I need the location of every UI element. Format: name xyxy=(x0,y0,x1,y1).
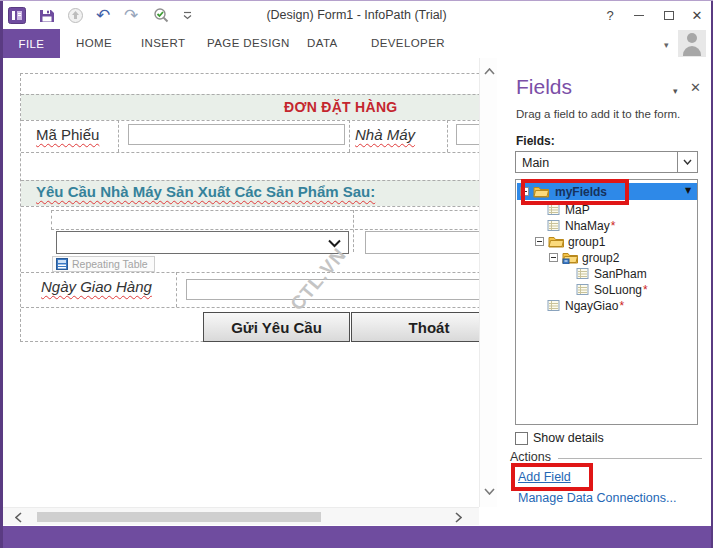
scroll-right-icon xyxy=(455,512,462,523)
san-pham-dropdown[interactable] xyxy=(56,231,349,254)
repeating-table-tab[interactable]: Repeating Table xyxy=(52,256,155,272)
thoat-button[interactable]: Thoát xyxy=(351,312,479,342)
repeating-table-tab-label: Repeating Table xyxy=(72,258,148,270)
required-star: * xyxy=(611,219,616,233)
form-design-canvas: ĐƠN ĐẶT HÀNG Mã Phiếu Nhà Máy Yêu Cầu Nh… xyxy=(3,58,479,507)
manage-data-connections-link[interactable]: Manage Data Connections... xyxy=(518,491,676,505)
data-source-value: Main xyxy=(522,156,549,170)
pane-hint: Drag a field to add it to the form. xyxy=(516,108,680,120)
tab-developer[interactable]: DEVELOPER xyxy=(371,37,445,49)
actions-divider xyxy=(558,458,702,459)
annotation-box-add-field xyxy=(511,463,593,491)
repeating-table-icon xyxy=(56,258,68,270)
tab-data[interactable]: DATA xyxy=(307,37,338,49)
ribbon-tab-bar: FILE HOME INSERT PAGE DESIGN DATA DEVELO… xyxy=(0,29,713,58)
tab-insert[interactable]: INSERT xyxy=(141,37,185,49)
minimize-icon[interactable] xyxy=(629,7,649,24)
nha-may-input[interactable] xyxy=(456,124,479,145)
required-star: * xyxy=(643,283,648,297)
tree-label: NgayGiao* xyxy=(565,299,624,313)
window-left-edge xyxy=(0,1,3,548)
pane-title: Fields xyxy=(516,75,572,99)
required-star: * xyxy=(619,299,624,313)
row-divider xyxy=(21,120,479,121)
scroll-down-icon xyxy=(484,488,495,495)
row-divider xyxy=(21,206,479,207)
row-divider xyxy=(21,94,479,95)
field-icon xyxy=(576,283,589,296)
section-heading: Yêu Cầu Nhà Máy Sản Xuất Các Sản Phẩm Sa… xyxy=(36,183,375,200)
pane-close-icon[interactable]: ✕ xyxy=(690,80,701,95)
row-divider xyxy=(21,272,479,273)
form-layout-table: ĐƠN ĐẶT HÀNG Mã Phiếu Nhà Máy Yêu Cầu Nh… xyxy=(20,73,479,342)
ngay-giao-input[interactable] xyxy=(186,279,479,300)
tab-file[interactable]: FILE xyxy=(3,29,60,58)
ribbon-options-caret-icon[interactable]: ▾ xyxy=(664,40,669,50)
fields-task-pane: Fields ▾ ✕ Drag a field to add it to the… xyxy=(499,58,710,526)
maximize-icon[interactable] xyxy=(659,7,679,24)
cell-divider xyxy=(176,272,177,307)
annotation-box-myfields xyxy=(521,179,629,205)
collapse-icon[interactable] xyxy=(535,237,544,246)
repeating-table-header-row xyxy=(51,210,479,230)
chevron-down-icon[interactable] xyxy=(677,152,697,172)
tree-label: SoLuong* xyxy=(594,283,648,297)
close-icon[interactable]: ✕ xyxy=(687,7,707,24)
cell-divider xyxy=(353,210,354,252)
vertical-scrollbar[interactable] xyxy=(479,58,497,507)
row-divider xyxy=(21,307,479,308)
folder-icon xyxy=(548,235,565,248)
scroll-left-icon xyxy=(15,512,22,523)
cell-divider xyxy=(349,120,350,152)
scrollbar-thumb[interactable] xyxy=(37,512,321,522)
pane-options-caret-icon[interactable]: ▾ xyxy=(673,86,678,96)
tree-label: group1 xyxy=(568,235,605,249)
actions-heading: Actions xyxy=(510,450,551,464)
ma-phieu-label: Mã Phiếu xyxy=(36,126,99,143)
status-bar xyxy=(0,526,713,548)
tree-label: SanPham xyxy=(594,267,647,281)
ngay-giao-label: Ngày Giao Hàng xyxy=(41,278,152,295)
tab-page-design[interactable]: PAGE DESIGN xyxy=(207,37,290,49)
infopath-window: ↶ ↷ (Design) Form1 - InfoPath (Trial) ? … xyxy=(0,0,713,548)
user-avatar[interactable] xyxy=(678,30,706,57)
form-title-band xyxy=(21,94,479,120)
fields-label: Fields: xyxy=(516,134,555,148)
field-icon xyxy=(576,267,589,280)
tree-label: group2 xyxy=(582,251,619,265)
so-luong-input[interactable] xyxy=(365,231,479,254)
repeating-group-folder-icon xyxy=(562,251,579,264)
show-details-checkbox[interactable] xyxy=(515,432,528,445)
ma-phieu-input[interactable] xyxy=(128,124,345,145)
field-icon xyxy=(547,299,560,312)
scroll-up-icon xyxy=(484,68,495,75)
row-divider xyxy=(21,152,479,153)
horizontal-scrollbar[interactable] xyxy=(3,507,479,525)
data-source-dropdown[interactable]: Main xyxy=(515,151,698,173)
tree-label: MaP xyxy=(565,203,590,217)
gui-yeu-cau-button[interactable]: Gửi Yêu Cầu xyxy=(203,312,350,342)
help-icon[interactable]: ? xyxy=(600,7,620,24)
form-title: ĐƠN ĐẶT HÀNG xyxy=(284,99,398,115)
tree-item-caret-icon[interactable]: ▼ xyxy=(685,186,691,195)
fields-tree: myFields ▼ MaP NhaMay* group1 xyxy=(515,179,698,425)
row-divider xyxy=(21,180,479,181)
cell-divider xyxy=(447,120,448,152)
tree-label: NhaMay* xyxy=(565,219,615,233)
nha-may-label: Nhà Máy xyxy=(355,126,415,143)
cell-divider xyxy=(118,120,119,152)
field-icon xyxy=(547,219,560,232)
title-bar: ↶ ↷ (Design) Form1 - InfoPath (Trial) ? … xyxy=(0,1,713,29)
collapse-icon[interactable] xyxy=(549,253,558,262)
tab-home[interactable]: HOME xyxy=(76,37,112,49)
show-details-label: Show details xyxy=(533,431,604,445)
